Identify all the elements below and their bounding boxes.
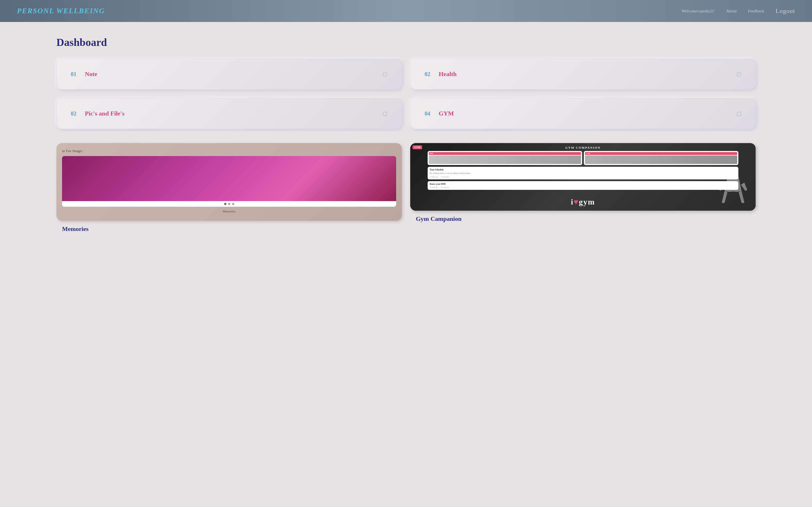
bmi-label: BMI (428, 152, 581, 155)
logout-button[interactable]: Logout (775, 7, 795, 15)
gym-companion-preview-card[interactable]: GYM COMPANION BMI GYM (410, 143, 756, 211)
memories-card-label: Memories (62, 210, 396, 215)
gym-card-number: 04 (424, 110, 430, 117)
dashboard-cards-grid: 01 Note ▢ 02 Health ▢ 02 Pic's and File'… (56, 59, 756, 129)
schedule-footer-1: 15 mins ago (430, 176, 438, 178)
brand-title: PERSONL WELLBEING (17, 7, 105, 15)
pics-card-icon: ▢ (383, 110, 388, 117)
memories-title: Memories (56, 221, 402, 235)
preview-dots (62, 201, 396, 207)
gym-label: GYM (585, 152, 737, 155)
note-card-icon: ▢ (383, 71, 388, 77)
gym-tag-badge: GYM (412, 145, 422, 149)
bmi-mini-card: BMI (427, 151, 582, 165)
note-card-number: 01 (71, 71, 77, 77)
dot-1 (224, 203, 226, 205)
bmi-footer-1: 16 mins ago (430, 186, 438, 188)
know-bmi-card: Know your BMI 16 mins ago 50 activities (427, 181, 739, 190)
health-card-number: 02 (424, 71, 430, 77)
bmi-footer-2: 50 activities (441, 186, 449, 188)
gym-card-icon: ▢ (737, 110, 741, 117)
schedule-title: Your Schedule (430, 168, 736, 171)
pics-card-number: 02 (71, 110, 77, 117)
schedule-text: By clicking above to can see todays work… (430, 172, 736, 175)
memories-section: ur Fav Image:: Memories Memories (56, 143, 402, 235)
gym-silhouette-icon (716, 166, 750, 211)
gym-companion-title: GYM COMPANION (565, 146, 601, 149)
gym-companion-title-below: Gym Campanion (410, 211, 756, 225)
note-card-label: Note (85, 70, 97, 78)
gym-card[interactable]: 04 GYM ▢ (410, 98, 756, 129)
about-link[interactable]: About (726, 9, 737, 13)
navbar: PERSONL WELLBEING Welcome'rajeshs21' Abo… (0, 0, 812, 22)
main-content: Dashboard 01 Note ▢ 02 Health ▢ 02 Pic's… (0, 22, 812, 249)
gym-card-label: GYM (439, 110, 454, 117)
health-card-icon: ▢ (737, 71, 741, 77)
pics-card-label: Pic's and File's (85, 110, 124, 117)
dot-3 (232, 203, 234, 205)
gym-ilove-text: i♥gym (571, 198, 595, 207)
health-card[interactable]: 02 Health ▢ (410, 59, 756, 90)
know-bmi-label: Know your BMI (430, 183, 736, 185)
gym-mini-card: GYM (584, 151, 739, 165)
memories-fav-label: ur Fav Image:: (62, 149, 396, 153)
memories-preview-card[interactable]: ur Fav Image:: Memories (56, 143, 402, 221)
page-title: Dashboard (56, 36, 756, 48)
gym-schedule-card: Your Schedule By clicking above to can s… (427, 167, 739, 179)
note-card[interactable]: 01 Note ▢ (56, 59, 402, 90)
memories-image-wrapper (62, 156, 396, 207)
gym-companion-section: GYM COMPANION BMI GYM (410, 143, 756, 235)
memories-image-bg (62, 156, 396, 201)
svg-point-0 (729, 167, 737, 175)
schedule-footer-2: 52 activities (441, 176, 449, 178)
welcome-link[interactable]: Welcome'rajeshs21' (681, 9, 715, 13)
feedback-link[interactable]: Feedback (748, 9, 764, 13)
nav-links: Welcome'rajeshs21' About Feedback Logout (681, 7, 795, 15)
gym-preview-inner: GYM COMPANION BMI GYM (410, 143, 756, 211)
pics-files-card[interactable]: 02 Pic's and File's ▢ (56, 98, 402, 129)
dot-2 (228, 203, 231, 205)
health-card-label: Health (439, 70, 457, 78)
bottom-grid: ur Fav Image:: Memories Memories (56, 143, 756, 235)
